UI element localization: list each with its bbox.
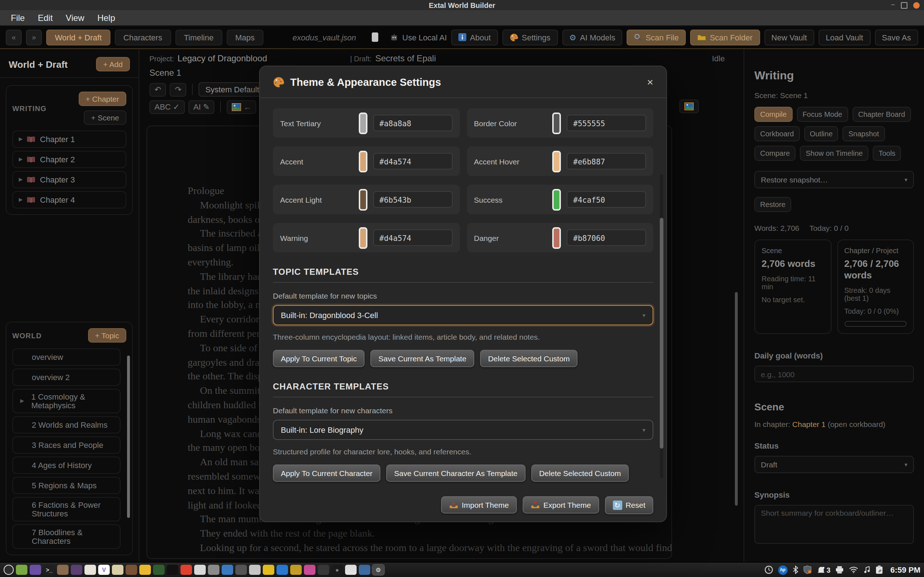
template-action-button[interactable]: Delete Selected Custom — [531, 464, 629, 482]
writing-action-button[interactable]: Outline — [804, 126, 838, 141]
clipboard-icon[interactable] — [876, 566, 883, 574]
taskbar-app-icon[interactable] — [16, 565, 27, 575]
clock-icon[interactable] — [764, 566, 773, 574]
template-action-button[interactable]: Save Current As Template — [371, 350, 475, 367]
taskbar-app-icon[interactable] — [304, 565, 315, 575]
chevron-right-icon[interactable]: ▶ — [19, 136, 23, 142]
daily-goal-input[interactable] — [754, 366, 914, 382]
color-swatch[interactable] — [552, 150, 561, 172]
chevron-right-icon[interactable]: ▶ — [19, 156, 23, 162]
taskbar-app-icon[interactable] — [221, 565, 233, 575]
restore-snapshot-select[interactable]: Restore snapshot… ▾ — [754, 171, 914, 188]
menu-item[interactable]: File — [4, 13, 31, 23]
color-swatch[interactable] — [359, 112, 367, 134]
taskbar-app-icon[interactable] — [235, 565, 247, 575]
taskbar-app-icon[interactable] — [276, 565, 288, 575]
view-tab[interactable]: World + Draft — [46, 29, 110, 45]
modal-scrollbar-thumb[interactable] — [660, 218, 663, 449]
vault-button[interactable]: Load Vault — [819, 29, 871, 45]
taskbar-app-icon[interactable] — [30, 565, 41, 575]
nav-back-button[interactable]: « — [6, 29, 22, 45]
chevron-right-icon[interactable]: ▶ — [19, 177, 23, 182]
topic-item[interactable]: overview 2 — [12, 369, 121, 386]
close-icon[interactable]: × — [647, 76, 653, 88]
menu-item[interactable]: Edit — [31, 13, 59, 23]
editor-scrollbar[interactable] — [735, 292, 738, 506]
topic-item[interactable]: 4 Ages of History — [12, 456, 121, 474]
taskbar-app-icon[interactable] — [167, 565, 178, 575]
character-template-select[interactable]: Built-in: Lore Biography ▾ — [273, 420, 653, 440]
world-list-scrollbar[interactable] — [127, 356, 130, 518]
chapter-item[interactable]: ▶ Chapter 1 — [12, 131, 126, 148]
insert-image-button[interactable] — [679, 100, 699, 113]
chapter-link[interactable]: Chapter 1 — [792, 420, 825, 429]
taskbar-app-icon[interactable] — [318, 565, 329, 575]
chapter-item[interactable]: ▶ Chapter 4 — [12, 191, 126, 208]
writing-action-button[interactable]: Tools — [873, 146, 901, 161]
taskbar-app-icon[interactable]: ● — [331, 565, 343, 575]
taskbar-app-icon[interactable] — [84, 565, 96, 575]
import-theme-button[interactable]: Import Theme — [441, 496, 517, 514]
topic-item[interactable]: 2 Worlds and Realms — [12, 416, 121, 434]
taskbar-app-icon[interactable] — [112, 565, 123, 575]
color-hex-input[interactable]: #e6b887 — [567, 153, 646, 169]
settings-button[interactable]: Settings — [502, 29, 558, 45]
color-hex-input[interactable]: #b87060 — [567, 229, 646, 246]
close-button[interactable] — [913, 2, 920, 8]
taskbar-app-icon[interactable] — [126, 565, 137, 575]
template-action-button[interactable]: Delete Selected Custom — [480, 350, 577, 367]
reset-theme-button[interactable]: ↻ Reset — [604, 496, 653, 514]
topic-item[interactable]: 7 Bloodlines & Characters — [12, 524, 121, 549]
taskbar-app-icon[interactable]: ⚙ — [373, 565, 384, 575]
ai-edit-button[interactable]: AI ✎ — [188, 100, 215, 114]
taskbar-app-icon[interactable] — [194, 565, 206, 575]
taskbar-app-icon[interactable]: >_ — [43, 565, 55, 575]
taskbar-app-icon[interactable] — [345, 565, 357, 575]
undo-button[interactable]: ↶ — [149, 82, 166, 96]
color-hex-input[interactable]: #555555 — [567, 115, 646, 131]
writing-action-button[interactable]: Show on Timeline — [800, 146, 868, 161]
color-swatch[interactable] — [359, 227, 367, 248]
scan-file-button[interactable]: Scan File — [627, 29, 686, 45]
color-hex-input[interactable]: #d4a574 — [373, 153, 452, 169]
chevron-right-icon[interactable]: ▶ — [20, 398, 24, 404]
taskbar-app-icon[interactable] — [181, 565, 192, 575]
scan-folder-button[interactable]: Scan Folder — [690, 29, 760, 45]
taskbar-app-icon[interactable] — [263, 565, 274, 575]
writing-action-button[interactable]: Compile — [754, 107, 792, 122]
restore-button[interactable]: Restore — [754, 197, 791, 212]
add-topic-button[interactable]: + Topic — [88, 328, 126, 343]
taskbar-app-icon[interactable] — [249, 565, 261, 575]
topic-item[interactable]: overview — [12, 348, 121, 366]
spellcheck-button[interactable]: ABC ✓ — [149, 100, 185, 114]
color-swatch[interactable] — [552, 189, 561, 210]
vault-button[interactable]: Save As — [874, 29, 918, 45]
template-action-button[interactable]: Save Current Character As Template — [386, 464, 525, 482]
view-tab[interactable]: Timeline — [175, 29, 222, 45]
taskbar-app-icon[interactable] — [71, 565, 82, 575]
view-tab[interactable]: Characters — [115, 29, 171, 45]
export-theme-button[interactable]: Export Theme — [523, 496, 599, 514]
synopsis-textarea[interactable] — [754, 505, 914, 544]
add-button[interactable]: + Add — [96, 57, 130, 71]
topic-item[interactable]: 3 Races and People — [12, 436, 121, 454]
topic-item[interactable]: 5 Regions & Maps — [12, 477, 121, 494]
menu-item[interactable]: View — [59, 13, 91, 23]
writing-action-button[interactable]: Corkboard — [754, 126, 800, 141]
taskbar-app-icon[interactable] — [208, 565, 220, 575]
taskbar-app-icon[interactable] — [153, 565, 165, 575]
shield-icon[interactable] — [803, 566, 812, 574]
wifi-icon[interactable] — [849, 566, 859, 574]
use-local-ai-checkbox[interactable] — [372, 32, 379, 42]
status-select[interactable]: Draft ▾ — [754, 456, 914, 473]
menu-item[interactable]: Help — [91, 13, 122, 23]
color-swatch[interactable] — [552, 227, 561, 248]
chapter-item[interactable]: ▶ Chapter 2 — [12, 151, 126, 168]
chapter-item[interactable]: ▶ Chapter 3 — [12, 171, 126, 188]
color-swatch[interactable] — [359, 150, 367, 172]
color-hex-input[interactable]: #a8a8a8 — [373, 115, 452, 131]
about-button[interactable]: About — [451, 29, 498, 45]
printer-icon[interactable] — [835, 566, 844, 574]
taskbar-app-icon[interactable] — [3, 565, 14, 575]
topic-item[interactable]: 6 Factions & Power Structures — [12, 497, 121, 521]
